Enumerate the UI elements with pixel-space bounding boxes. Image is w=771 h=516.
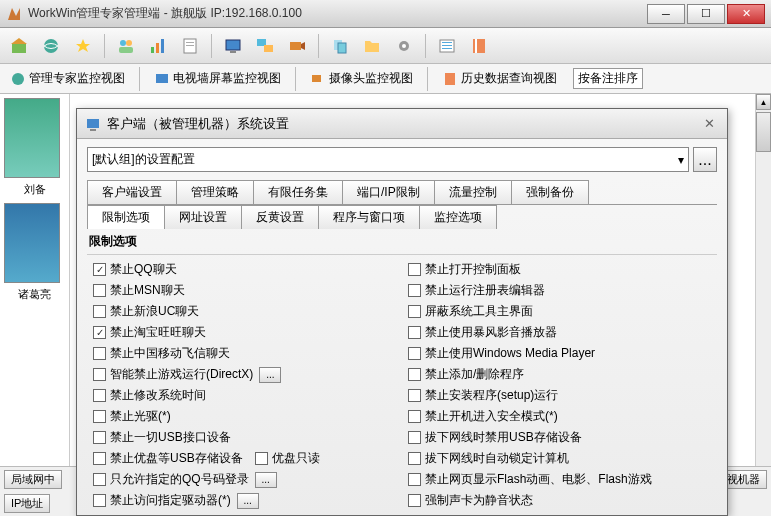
tool-users-icon[interactable] <box>113 33 139 59</box>
dialog-titlebar: 客户端（被管理机器）系统设置 ✕ <box>77 109 727 139</box>
checkbox[interactable] <box>408 305 421 318</box>
tool-folder-icon[interactable] <box>359 33 385 59</box>
option-row: 禁止添加/删除程序 <box>402 364 717 385</box>
svg-rect-7 <box>161 39 164 53</box>
option-row: 强制声卡为静音状态 <box>402 490 717 511</box>
sort-dropdown[interactable]: 按备注排序 <box>573 68 643 89</box>
checkbox[interactable] <box>408 473 421 486</box>
option-row: 拔下网线时禁用USB存储设备 <box>402 427 717 448</box>
svg-point-1 <box>44 39 58 53</box>
view-tab-tvwall[interactable]: 电视墙屏幕监控视图 <box>150 68 285 89</box>
option-label: 禁止光驱(*) <box>110 408 171 425</box>
option-label: 禁止MSN聊天 <box>110 282 185 299</box>
tool-home-icon[interactable] <box>6 33 32 59</box>
dialog-tab[interactable]: 限制选项 <box>87 205 165 229</box>
client-label: 诸葛亮 <box>4 287 65 302</box>
dialog-tab[interactable]: 客户端设置 <box>87 180 177 204</box>
tool-screen-icon[interactable] <box>220 33 246 59</box>
tool-gear-icon[interactable] <box>391 33 417 59</box>
svg-rect-15 <box>290 42 301 50</box>
svg-rect-17 <box>338 43 346 53</box>
checkbox[interactable] <box>408 410 421 423</box>
main-toolbar <box>0 28 771 64</box>
view-tab-history[interactable]: 历史数据查询视图 <box>438 68 561 89</box>
option-row: 禁止QQ聊天 <box>87 259 402 280</box>
option-label: 智能禁止游戏运行(DirectX) <box>110 366 253 383</box>
checkbox[interactable] <box>408 389 421 402</box>
checkbox[interactable] <box>93 305 106 318</box>
checkbox[interactable] <box>93 263 106 276</box>
tool-chart-icon[interactable] <box>145 33 171 59</box>
option-label: 禁止开机进入安全模式(*) <box>425 408 558 425</box>
svg-rect-6 <box>156 43 159 53</box>
tool-list-icon[interactable] <box>434 33 460 59</box>
svg-rect-13 <box>257 39 266 46</box>
scroll-thumb[interactable] <box>756 112 771 152</box>
checkbox[interactable] <box>93 284 106 297</box>
dialog-tab[interactable]: 有限任务集 <box>253 180 343 204</box>
separator <box>211 34 212 58</box>
checkbox[interactable] <box>255 452 268 465</box>
checkbox[interactable] <box>93 368 106 381</box>
tool-book-icon[interactable] <box>466 33 492 59</box>
svg-rect-27 <box>156 74 168 83</box>
dialog-tab[interactable]: 强制备份 <box>511 180 589 204</box>
checkbox[interactable] <box>408 452 421 465</box>
dialog-tab[interactable]: 程序与窗口项 <box>318 205 420 229</box>
settings-dialog: 客户端（被管理机器）系统设置 ✕ [默认组]的设置配置 ▾ ... 客户端设置管… <box>76 108 728 516</box>
tool-doc-icon[interactable] <box>177 33 203 59</box>
scroll-up-icon[interactable]: ▲ <box>756 94 771 110</box>
dialog-title: 客户端（被管理机器）系统设置 <box>107 115 289 133</box>
dialog-tab[interactable]: 端口/IP限制 <box>342 180 435 204</box>
maximize-button[interactable]: ☐ <box>687 4 725 24</box>
config-group-dropdown[interactable]: [默认组]的设置配置 ▾ <box>87 147 689 172</box>
checkbox[interactable] <box>408 494 421 507</box>
dialog-tab[interactable]: 反黄设置 <box>241 205 319 229</box>
view-tab-expert[interactable]: 管理专家监控视图 <box>6 68 129 89</box>
dialog-close-button[interactable]: ✕ <box>699 115 719 133</box>
checkbox[interactable] <box>408 284 421 297</box>
bottom-tab-ip[interactable]: IP地址 <box>4 494 50 513</box>
svg-rect-29 <box>445 73 455 85</box>
checkbox[interactable] <box>93 389 106 402</box>
tool-globe-icon[interactable] <box>38 33 64 59</box>
dialog-tab[interactable]: 管理策略 <box>176 180 254 204</box>
dialog-tab[interactable]: 监控选项 <box>419 205 497 229</box>
option-row: 禁止运行注册表编辑器 <box>402 280 717 301</box>
checkbox[interactable] <box>408 326 421 339</box>
checkbox[interactable] <box>93 473 106 486</box>
checkbox[interactable] <box>93 347 106 360</box>
checkbox[interactable] <box>93 494 106 507</box>
vertical-scrollbar[interactable]: ▲ <box>755 94 771 466</box>
checkbox[interactable] <box>93 410 106 423</box>
browse-button[interactable]: ... <box>693 147 717 172</box>
client-thumb[interactable] <box>4 203 60 283</box>
tool-screens-icon[interactable] <box>252 33 278 59</box>
close-button[interactable]: ✕ <box>727 4 765 24</box>
tool-star-icon[interactable] <box>70 33 96 59</box>
minimize-button[interactable]: ─ <box>647 4 685 24</box>
client-thumb[interactable] <box>4 98 60 178</box>
svg-point-2 <box>120 40 126 46</box>
checkbox[interactable] <box>93 431 106 444</box>
checkbox[interactable] <box>408 347 421 360</box>
checkbox[interactable] <box>408 263 421 276</box>
bottom-tab-lan[interactable]: 局域网中 <box>4 470 62 489</box>
tool-copy-icon[interactable] <box>327 33 353 59</box>
tool-camera-icon[interactable] <box>284 33 310 59</box>
configure-button[interactable]: ... <box>255 472 277 488</box>
dialog-tab[interactable]: 流量控制 <box>434 180 512 204</box>
checkbox[interactable] <box>408 368 421 381</box>
configure-button[interactable]: ... <box>237 493 259 509</box>
checkbox[interactable] <box>93 452 106 465</box>
option-label: 禁止中国移动飞信聊天 <box>110 345 230 362</box>
view-tab-camera[interactable]: 摄像头监控视图 <box>306 68 417 89</box>
checkbox[interactable] <box>93 326 106 339</box>
svg-rect-24 <box>473 39 485 53</box>
configure-button[interactable]: ... <box>259 367 281 383</box>
dialog-tab[interactable]: 网址设置 <box>164 205 242 229</box>
option-row: 禁止访问指定驱动器(*)... <box>87 490 402 511</box>
option-row: 禁止打开控制面板 <box>402 259 717 280</box>
svg-rect-30 <box>87 119 99 128</box>
checkbox[interactable] <box>408 431 421 444</box>
